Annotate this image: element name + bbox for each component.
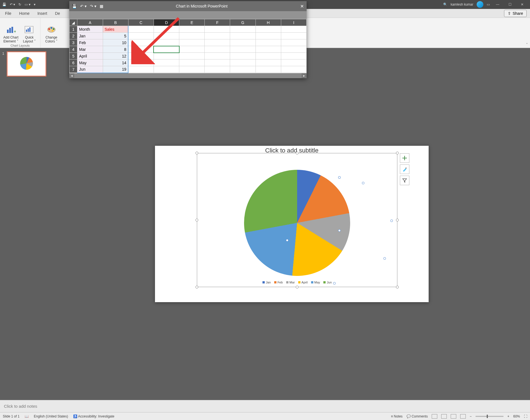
tab-home[interactable]: Home	[16, 9, 33, 17]
cell[interactable]	[179, 33, 205, 39]
cell[interactable]: 5	[103, 33, 128, 39]
scroll-right-icon[interactable]: ►	[302, 73, 307, 78]
cell[interactable]	[154, 59, 179, 66]
cell[interactable]: Sales	[103, 26, 128, 33]
cell[interactable]: Month	[77, 26, 103, 33]
cell[interactable]	[256, 39, 281, 46]
column-header[interactable]: D	[154, 19, 179, 26]
pie-selection-handle[interactable]	[338, 176, 341, 179]
thumbnail-pane[interactable]: 1	[0, 48, 54, 400]
cell[interactable]	[205, 53, 230, 59]
cell[interactable]	[281, 33, 306, 39]
cell[interactable]	[205, 39, 230, 46]
column-header[interactable]: I	[281, 19, 306, 26]
pie-chart[interactable]	[244, 170, 350, 276]
cell[interactable]	[281, 66, 306, 73]
resize-handle[interactable]	[195, 219, 198, 221]
normal-view-button[interactable]	[432, 414, 437, 419]
column-header[interactable]: B	[103, 19, 128, 26]
cell[interactable]	[205, 33, 230, 39]
search-icon[interactable]: 🔍	[443, 3, 447, 6]
spellcheck-icon[interactable]: 📖	[25, 414, 29, 418]
cell[interactable]	[230, 59, 256, 66]
cell[interactable]	[281, 53, 306, 59]
share-button[interactable]: ⇪ Share	[504, 10, 527, 17]
cell[interactable]	[205, 66, 230, 73]
column-header[interactable]: F	[205, 19, 230, 26]
cell[interactable]: 19	[103, 66, 128, 73]
slide-sorter-button[interactable]	[441, 414, 447, 419]
save-icon[interactable]: 💾	[2, 3, 6, 6]
row-header[interactable]: 3	[70, 39, 77, 46]
avatar[interactable]	[477, 1, 483, 8]
pie-selection-handle[interactable]	[390, 219, 393, 222]
cell[interactable]: Mar	[77, 46, 103, 53]
row-header[interactable]: 7	[70, 66, 77, 73]
close-button[interactable]: ✕	[517, 1, 528, 8]
sheet-close-button[interactable]: ✕	[300, 4, 304, 9]
cell[interactable]	[179, 39, 205, 46]
cell[interactable]: Feb	[77, 39, 103, 46]
zoom-thumb[interactable]	[487, 415, 488, 418]
cell[interactable]	[179, 66, 205, 73]
chart-data-window[interactable]: 💾 ↶ ▾ ↷ ▾ ▦ Chart in Microsoft PowerPoin…	[69, 1, 307, 78]
cell[interactable]	[230, 53, 256, 59]
tab-insert[interactable]: Insert	[34, 9, 51, 17]
chart-elements-button[interactable]	[400, 153, 409, 163]
notes-button[interactable]: ≡ Notes	[391, 414, 403, 418]
chart-filters-button[interactable]	[400, 176, 409, 185]
cell[interactable]: 8	[103, 46, 128, 53]
accessibility-indicator[interactable]: ♿ Accessibility: Investigate	[73, 414, 114, 418]
cell[interactable]: 14	[103, 59, 128, 66]
tab-file[interactable]: File	[2, 9, 15, 17]
add-chart-element-button[interactable]: + Add Chart Element ˅	[3, 25, 19, 43]
cell[interactable]	[230, 66, 256, 73]
cell[interactable]: 12	[103, 53, 128, 59]
edit-data-icon[interactable]: ▦	[100, 4, 103, 8]
pie-selection-handle[interactable]	[333, 282, 336, 285]
slideshow-view-button[interactable]	[460, 414, 466, 419]
display-options-icon[interactable]: ▭	[487, 3, 490, 6]
spreadsheet-grid[interactable]: ◢ABCDEFGHI1MonthSales2Jan53Feb104Mar85Ap…	[69, 19, 307, 73]
cell[interactable]	[179, 59, 205, 66]
zoom-in-button[interactable]: +	[507, 414, 509, 418]
resize-handle[interactable]	[195, 152, 198, 154]
cell[interactable]	[256, 26, 281, 33]
resize-handle[interactable]	[396, 219, 399, 221]
fit-to-window-icon[interactable]: ⛶	[524, 414, 527, 418]
cell[interactable]	[179, 46, 205, 53]
undo-icon[interactable]: ↶ ▾	[80, 4, 87, 8]
cell[interactable]	[205, 59, 230, 66]
cell[interactable]	[128, 66, 154, 73]
zoom-slider[interactable]	[476, 416, 503, 417]
cell[interactable]	[179, 53, 205, 59]
row-header[interactable]: 4	[70, 46, 77, 53]
row-header[interactable]: 2	[70, 33, 77, 39]
scroll-track[interactable]	[74, 73, 302, 78]
slide-editor[interactable]: Click to add subtitle Jan Feb Mar April	[54, 48, 530, 400]
select-all-cell[interactable]: ◢	[70, 19, 77, 26]
resize-handle[interactable]	[396, 286, 399, 288]
change-colors-button[interactable]: Change Colors ˅	[43, 25, 59, 43]
quick-layout-button[interactable]: Quick Layout ˅	[21, 25, 37, 43]
language-indicator[interactable]: English (United States)	[34, 414, 68, 418]
cell[interactable]: May	[77, 59, 103, 66]
tab-design-partial[interactable]: De	[52, 9, 63, 17]
legend-item[interactable]: Feb	[274, 281, 283, 284]
legend-item[interactable]: Mar	[286, 281, 295, 284]
cell[interactable]	[154, 66, 179, 73]
cell[interactable]: 10	[103, 39, 128, 46]
cell[interactable]	[281, 46, 306, 53]
reading-view-button[interactable]	[451, 414, 456, 419]
resize-handle[interactable]	[195, 286, 198, 288]
cell[interactable]	[179, 26, 205, 33]
cell[interactable]	[281, 26, 306, 33]
slide-indicator[interactable]: Slide 1 of 1	[3, 414, 20, 418]
cell[interactable]	[154, 46, 179, 53]
scroll-left-icon[interactable]: ◄	[69, 73, 74, 78]
cell[interactable]	[128, 26, 154, 33]
cell[interactable]	[154, 39, 179, 46]
column-header[interactable]: H	[256, 19, 281, 26]
notes-pane[interactable]: Click to add notes	[0, 400, 530, 412]
row-header[interactable]: 1	[70, 26, 77, 33]
